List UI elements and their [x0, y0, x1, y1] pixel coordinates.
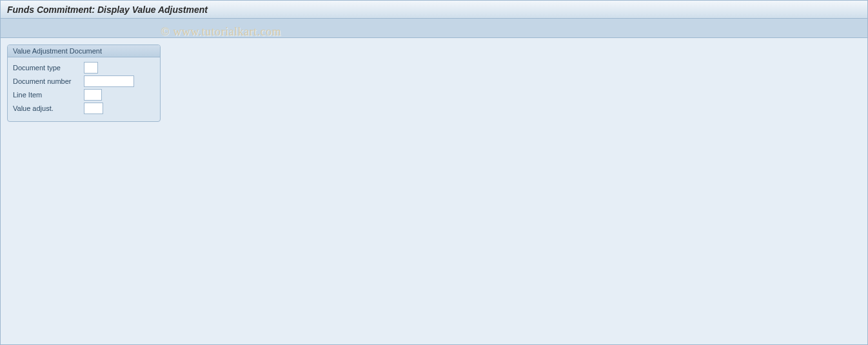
input-document-number[interactable]: [84, 75, 134, 87]
row-value-adjust: Value adjust.: [12, 103, 156, 114]
input-value-adjust[interactable]: [84, 103, 103, 114]
group-title: Value Adjustment Document: [8, 45, 160, 57]
window-title-bar: Funds Commitment: Display Value Adjustme…: [1, 1, 867, 19]
content-area: Value Adjustment Document Document type …: [1, 38, 867, 128]
label-document-number: Document number: [12, 77, 84, 85]
group-body: Document type Document number Line Item …: [8, 57, 160, 121]
input-line-item[interactable]: [84, 89, 102, 101]
value-adjustment-group: Value Adjustment Document Document type …: [7, 44, 161, 122]
application-toolbar: [1, 19, 867, 38]
window-title: Funds Commitment: Display Value Adjustme…: [7, 5, 208, 15]
row-document-number: Document number: [12, 75, 156, 87]
label-document-type: Document type: [12, 64, 84, 72]
row-line-item: Line Item: [12, 89, 156, 101]
input-document-type[interactable]: [84, 62, 98, 74]
label-value-adjust: Value adjust.: [12, 104, 84, 112]
row-document-type: Document type: [12, 62, 156, 74]
label-line-item: Line Item: [12, 91, 84, 99]
